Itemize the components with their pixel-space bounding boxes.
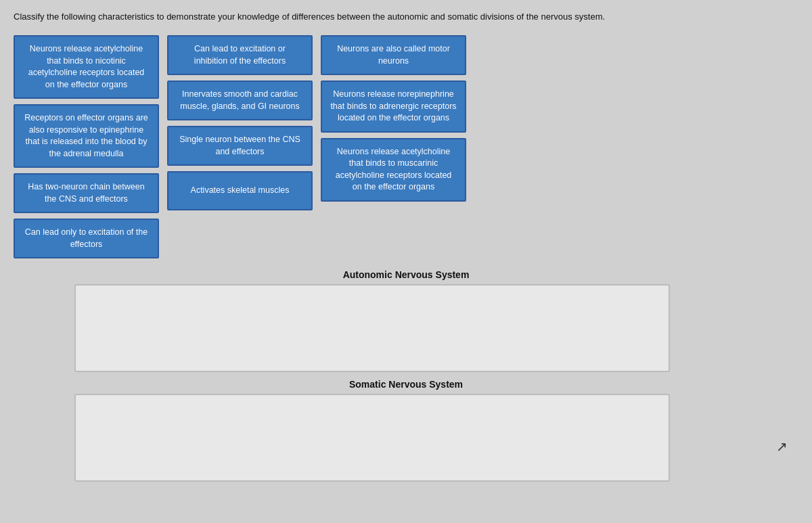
somatic-label: Somatic Nervous System [14,379,798,390]
card-item[interactable]: Receptors on effector organs are also re… [14,104,159,168]
card-item[interactable]: Neurons release acetylcholine that binds… [321,138,466,202]
card-item[interactable]: Innervates smooth and cardiac muscle, gl… [167,81,313,120]
card-column-3: Neurons are also called motor neuronsNeu… [321,35,466,258]
autonomic-section: Autonomic Nervous System [14,269,798,372]
card-item[interactable]: Activates skeletal muscles [167,171,313,210]
card-item[interactable]: Can lead only to excitation of the effec… [14,219,159,258]
instructions-text: Classify the following characteristics t… [14,11,758,23]
card-column-1: Neurons release acetylcholine that binds… [14,35,159,258]
cursor-arrow-icon: ↗ [776,438,788,455]
card-item[interactable]: Single neuron between the CNS and effect… [167,126,313,166]
drop-sections: Autonomic Nervous System Somatic Nervous… [14,269,798,488]
somatic-section: Somatic Nervous System [14,379,798,482]
card-item[interactable]: Neurons are also called motor neurons [321,35,466,75]
card-item[interactable]: Has two-neuron chain between the CNS and… [14,173,159,213]
card-column-2: Can lead to excitation or inhibition of … [167,35,313,258]
card-item[interactable]: Can lead to excitation or inhibition of … [167,35,313,75]
main-layout: Neurons release acetylcholine that binds… [14,35,798,488]
somatic-drop-zone[interactable] [74,394,670,482]
autonomic-label: Autonomic Nervous System [14,269,798,280]
card-item[interactable]: Neurons release acetylcholine that binds… [14,35,159,99]
card-item[interactable]: Neurons release norepinephrine that bind… [321,81,466,133]
cards-area: Neurons release acetylcholine that binds… [14,35,798,258]
autonomic-drop-zone[interactable] [74,284,670,372]
